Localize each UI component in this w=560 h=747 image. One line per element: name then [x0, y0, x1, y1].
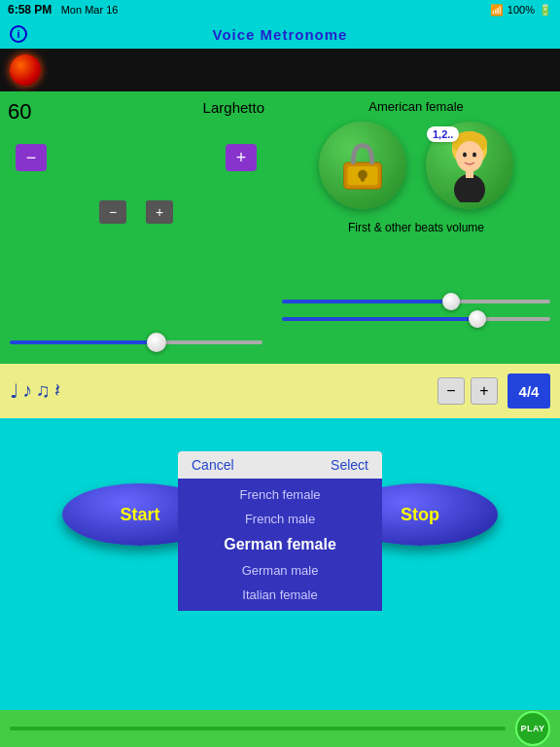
first-beat-slider[interactable] — [282, 300, 550, 303]
bottom-progress-bar — [10, 727, 506, 730]
svg-point-7 — [463, 152, 467, 157]
bpm-value: 60 — [8, 99, 31, 124]
picker-item-1[interactable]: French male — [178, 507, 382, 531]
battery-icon: 🔋 — [539, 4, 552, 17]
info-button[interactable]: i — [10, 25, 27, 43]
orb-strip — [0, 49, 560, 91]
first-beat-slider-row — [282, 300, 550, 303]
svg-point-9 — [454, 174, 485, 202]
status-day: Mon Mar 16 — [61, 4, 119, 16]
status-right: 📶 100% 🔋 — [490, 4, 552, 17]
play-button[interactable]: PLAY — [515, 711, 550, 746]
picker-list: French femaleFrench maleGerman femaleGer… — [178, 479, 382, 611]
status-bar: 6:58 PM Mon Mar 16 📶 100% 🔋 — [0, 0, 560, 19]
beats-label: First & other beats volume — [280, 221, 552, 234]
battery-label: 100% — [508, 4, 535, 16]
svg-rect-10 — [466, 170, 473, 178]
picker-header: Cancel Select — [178, 451, 382, 479]
fine-plus-button[interactable]: + — [146, 200, 173, 224]
status-left: 6:58 PM Mon Mar 16 — [8, 3, 118, 17]
fine-minus-button[interactable]: − — [99, 200, 126, 224]
app-title: Voice Metronome — [213, 26, 348, 43]
svg-point-8 — [472, 152, 476, 157]
first-beat-thumb[interactable] — [442, 293, 460, 310]
voice-circles: 1,2.. — [280, 122, 552, 209]
panel-top-row: 60 Larghetto — [8, 99, 264, 124]
music-notes: ♩ ♪ ♫ 𝄽 — [10, 379, 438, 403]
beat-controls: − + — [438, 377, 498, 405]
picker-item-0[interactable]: French female — [178, 482, 382, 507]
bpm-increment-button[interactable]: + — [226, 144, 257, 171]
lock-icon — [337, 136, 388, 195]
voice-label: American female — [280, 99, 552, 114]
svg-point-6 — [456, 141, 483, 172]
controls-bar: ♩ ♪ ♫ 𝄽 − + 4/4 — [0, 364, 560, 418]
note-3[interactable]: ♫ — [36, 379, 51, 403]
picker-cancel-button[interactable]: Cancel — [192, 457, 234, 473]
picker-item-4[interactable]: Italian female — [178, 583, 382, 607]
picker-item-3[interactable]: German male — [178, 558, 382, 583]
play-label: PLAY — [520, 724, 544, 733]
speech-bubble: 1,2.. — [427, 126, 459, 142]
bpm-btn-row: − + — [8, 144, 264, 171]
left-panel: 60 Larghetto − + − + — [0, 91, 272, 364]
other-beat-thumb[interactable] — [469, 310, 486, 328]
time-signature[interactable]: 4/4 — [508, 374, 550, 409]
tempo-slider-row — [10, 340, 262, 344]
other-beat-slider-row — [282, 317, 550, 321]
red-orb[interactable] — [10, 54, 41, 86]
picker-select-button[interactable]: Select — [331, 457, 368, 473]
main-panels: 60 Larghetto − + − + American female — [0, 91, 560, 364]
cyan-area: Start Stop Cancel Select French femaleFr… — [0, 418, 560, 611]
picker-item-2[interactable]: German female — [178, 531, 382, 558]
other-beat-slider[interactable] — [282, 317, 550, 321]
status-time: 6:58 PM — [8, 3, 52, 17]
right-panel: American female — [272, 91, 560, 364]
svg-rect-3 — [361, 175, 365, 182]
fine-tune-row: − + — [8, 200, 264, 224]
tempo-slider-thumb[interactable] — [147, 333, 166, 352]
tempo-slider-track[interactable] — [10, 340, 262, 344]
tempo-label: Larghetto — [203, 99, 264, 116]
bottom-bar: PLAY — [0, 710, 560, 747]
picker-popup: Cancel Select French femaleFrench maleGe… — [178, 451, 382, 611]
beat-increment-button[interactable]: + — [471, 377, 498, 405]
note-2[interactable]: ♪ — [22, 379, 32, 403]
note-1[interactable]: ♩ — [10, 379, 18, 403]
beat-decrement-button[interactable]: − — [438, 377, 465, 405]
bpm-decrement-button[interactable]: − — [16, 144, 47, 171]
right-sliders — [282, 300, 550, 335]
lock-circle[interactable] — [319, 122, 406, 209]
wifi-icon: 📶 — [490, 4, 504, 17]
title-bar: i Voice Metronome — [0, 19, 560, 49]
voice-avatar-circle[interactable]: 1,2.. — [426, 122, 513, 209]
